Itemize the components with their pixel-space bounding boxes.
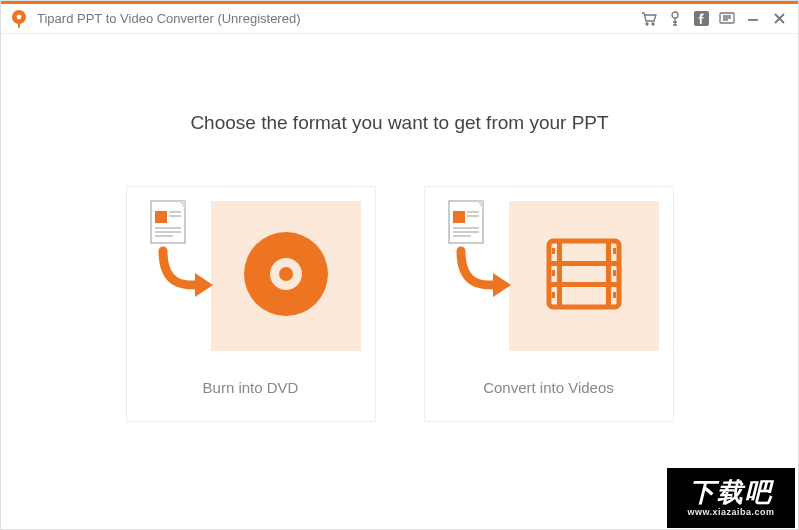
burn-dvd-card[interactable]: Burn into DVD (126, 186, 376, 422)
svg-rect-15 (155, 231, 181, 233)
svg-rect-23 (453, 211, 465, 223)
key-icon[interactable] (664, 8, 686, 30)
video-tile (509, 201, 659, 351)
page-heading: Choose the format you want to get from y… (190, 112, 608, 134)
main-content: Choose the format you want to get from y… (1, 34, 798, 529)
svg-rect-8 (748, 19, 758, 21)
app-logo-icon (9, 9, 29, 29)
svg-point-4 (652, 23, 654, 25)
svg-rect-24 (467, 211, 479, 213)
dvd-card-graphic (137, 201, 365, 351)
svg-rect-12 (169, 211, 181, 213)
svg-rect-33 (557, 241, 562, 307)
ppt-to-arrow-icon (441, 199, 511, 319)
svg-rect-27 (453, 231, 479, 233)
svg-marker-17 (195, 273, 213, 297)
svg-rect-11 (155, 211, 167, 223)
menu-icon[interactable] (716, 8, 738, 30)
svg-rect-16 (155, 235, 173, 237)
svg-marker-29 (493, 273, 511, 297)
svg-rect-38 (613, 248, 616, 254)
cart-icon[interactable] (638, 8, 660, 30)
svg-point-3 (646, 23, 648, 25)
window-title: Tipard PPT to Video Converter (Unregiste… (37, 11, 301, 26)
close-button[interactable] (768, 8, 790, 30)
dvd-tile (211, 201, 361, 351)
disc-icon (242, 230, 330, 322)
svg-point-1 (17, 14, 22, 19)
dvd-card-label: Burn into DVD (203, 379, 299, 396)
film-icon (543, 233, 625, 319)
svg-point-20 (279, 267, 293, 281)
option-cards: Burn into DVD (126, 186, 674, 422)
video-card-label: Convert into Videos (483, 379, 614, 396)
video-card-graphic (435, 201, 663, 351)
svg-rect-36 (552, 270, 555, 276)
svg-rect-39 (613, 270, 616, 276)
svg-rect-28 (453, 235, 471, 237)
svg-rect-35 (552, 248, 555, 254)
minimize-button[interactable] (742, 8, 764, 30)
ppt-to-arrow-icon (143, 199, 213, 319)
svg-rect-37 (552, 292, 555, 298)
svg-rect-14 (155, 227, 181, 229)
svg-rect-13 (169, 215, 181, 217)
svg-rect-2 (18, 23, 20, 28)
svg-rect-34 (606, 241, 611, 307)
facebook-icon[interactable] (690, 8, 712, 30)
svg-rect-26 (453, 227, 479, 229)
svg-rect-40 (613, 292, 616, 298)
title-bar: Tipard PPT to Video Converter (Unregiste… (1, 4, 798, 34)
svg-rect-25 (467, 215, 479, 217)
svg-point-5 (672, 12, 678, 18)
convert-video-card[interactable]: Convert into Videos (424, 186, 674, 422)
app-window: Tipard PPT to Video Converter (Unregiste… (0, 0, 799, 530)
